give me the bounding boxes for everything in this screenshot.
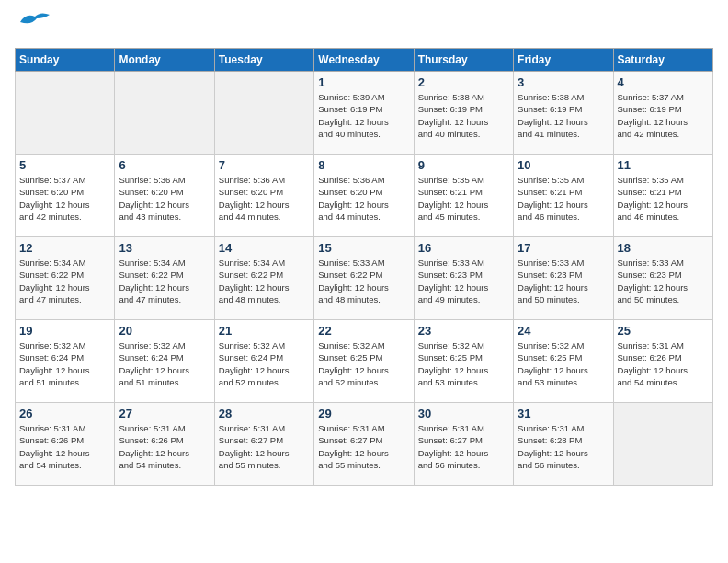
day-info: Sunrise: 5:33 AM Sunset: 6:23 PM Dayligh…: [518, 257, 609, 305]
day-number: 25: [618, 324, 709, 338]
calendar-week-row: 19Sunrise: 5:32 AM Sunset: 6:24 PM Dayli…: [16, 320, 713, 403]
day-number: 1: [318, 75, 409, 89]
day-info: Sunrise: 5:33 AM Sunset: 6:23 PM Dayligh…: [618, 257, 709, 305]
day-info: Sunrise: 5:31 AM Sunset: 6:26 PM Dayligh…: [119, 422, 210, 471]
calendar-cell: [613, 403, 712, 486]
calendar-cell: 23Sunrise: 5:32 AM Sunset: 6:25 PM Dayli…: [414, 320, 513, 403]
day-number: 8: [318, 158, 409, 172]
day-info: Sunrise: 5:32 AM Sunset: 6:24 PM Dayligh…: [219, 339, 310, 388]
calendar-cell: 14Sunrise: 5:34 AM Sunset: 6:22 PM Dayli…: [214, 237, 313, 320]
day-header-monday: Monday: [115, 49, 214, 72]
day-number: 5: [19, 158, 110, 172]
day-number: 2: [418, 75, 509, 89]
calendar-cell: 25Sunrise: 5:31 AM Sunset: 6:26 PM Dayli…: [613, 320, 712, 403]
day-info: Sunrise: 5:39 AM Sunset: 6:19 PM Dayligh…: [318, 91, 409, 140]
day-info: Sunrise: 5:38 AM Sunset: 6:19 PM Dayligh…: [418, 91, 509, 140]
calendar-cell: 5Sunrise: 5:37 AM Sunset: 6:20 PM Daylig…: [16, 155, 115, 237]
calendar-cell: 31Sunrise: 5:31 AM Sunset: 6:28 PM Dayli…: [514, 403, 613, 486]
day-number: 30: [418, 407, 509, 420]
calendar-cell: [16, 72, 115, 155]
calendar-cell: 15Sunrise: 5:33 AM Sunset: 6:22 PM Dayli…: [314, 237, 414, 320]
day-header-wednesday: Wednesday: [314, 49, 414, 72]
day-info: Sunrise: 5:32 AM Sunset: 6:24 PM Dayligh…: [119, 339, 210, 388]
day-number: 22: [318, 324, 409, 338]
day-info: Sunrise: 5:37 AM Sunset: 6:20 PM Dayligh…: [19, 174, 110, 223]
calendar-week-row: 12Sunrise: 5:34 AM Sunset: 6:22 PM Dayli…: [16, 237, 713, 320]
day-number: 7: [219, 158, 310, 172]
day-info: Sunrise: 5:34 AM Sunset: 6:22 PM Dayligh…: [119, 257, 210, 305]
calendar-table: SundayMondayTuesdayWednesdayThursdayFrid…: [15, 48, 713, 486]
calendar-cell: [214, 72, 313, 155]
calendar-cell: 7Sunrise: 5:36 AM Sunset: 6:20 PM Daylig…: [214, 155, 313, 237]
calendar-cell: 18Sunrise: 5:33 AM Sunset: 6:23 PM Dayli…: [613, 237, 712, 320]
calendar-cell: 29Sunrise: 5:31 AM Sunset: 6:27 PM Dayli…: [314, 403, 414, 486]
calendar-cell: 8Sunrise: 5:36 AM Sunset: 6:20 PM Daylig…: [314, 155, 414, 237]
logo-bird-icon: [18, 9, 51, 31]
day-number: 11: [618, 158, 709, 172]
calendar-week-row: 1Sunrise: 5:39 AM Sunset: 6:19 PM Daylig…: [16, 72, 713, 155]
day-number: 16: [418, 241, 509, 255]
day-number: 31: [518, 407, 609, 420]
day-number: 26: [19, 407, 110, 420]
day-number: 4: [618, 75, 709, 89]
day-info: Sunrise: 5:31 AM Sunset: 6:26 PM Dayligh…: [618, 339, 709, 388]
day-info: Sunrise: 5:34 AM Sunset: 6:22 PM Dayligh…: [19, 257, 110, 305]
day-info: Sunrise: 5:31 AM Sunset: 6:26 PM Dayligh…: [19, 422, 110, 471]
day-number: 29: [318, 407, 409, 420]
day-number: 13: [119, 241, 210, 255]
calendar-cell: 26Sunrise: 5:31 AM Sunset: 6:26 PM Dayli…: [16, 403, 115, 486]
calendar-cell: 11Sunrise: 5:35 AM Sunset: 6:21 PM Dayli…: [613, 155, 712, 237]
day-number: 28: [219, 407, 310, 420]
day-number: 19: [19, 324, 110, 338]
calendar-cell: 1Sunrise: 5:39 AM Sunset: 6:19 PM Daylig…: [314, 72, 414, 155]
day-info: Sunrise: 5:32 AM Sunset: 6:25 PM Dayligh…: [418, 339, 509, 388]
day-number: 3: [518, 75, 609, 89]
day-header-sunday: Sunday: [16, 49, 115, 72]
logo: [15, 15, 51, 37]
calendar-cell: 10Sunrise: 5:35 AM Sunset: 6:21 PM Dayli…: [514, 155, 613, 237]
day-info: Sunrise: 5:33 AM Sunset: 6:22 PM Dayligh…: [318, 257, 409, 305]
day-header-tuesday: Tuesday: [214, 49, 313, 72]
calendar-cell: 27Sunrise: 5:31 AM Sunset: 6:26 PM Dayli…: [115, 403, 214, 486]
day-number: 24: [518, 324, 609, 338]
day-info: Sunrise: 5:36 AM Sunset: 6:20 PM Dayligh…: [219, 174, 310, 223]
day-number: 15: [318, 241, 409, 255]
day-info: Sunrise: 5:38 AM Sunset: 6:19 PM Dayligh…: [518, 91, 609, 140]
calendar-cell: 3Sunrise: 5:38 AM Sunset: 6:19 PM Daylig…: [514, 72, 613, 155]
day-info: Sunrise: 5:35 AM Sunset: 6:21 PM Dayligh…: [618, 174, 709, 223]
day-info: Sunrise: 5:32 AM Sunset: 6:25 PM Dayligh…: [518, 339, 609, 388]
day-info: Sunrise: 5:33 AM Sunset: 6:23 PM Dayligh…: [418, 257, 509, 305]
day-number: 23: [418, 324, 509, 338]
day-header-saturday: Saturday: [613, 49, 712, 72]
day-info: Sunrise: 5:35 AM Sunset: 6:21 PM Dayligh…: [418, 174, 509, 223]
calendar-cell: 6Sunrise: 5:36 AM Sunset: 6:20 PM Daylig…: [115, 155, 214, 237]
calendar-cell: 21Sunrise: 5:32 AM Sunset: 6:24 PM Dayli…: [214, 320, 313, 403]
calendar-cell: 9Sunrise: 5:35 AM Sunset: 6:21 PM Daylig…: [414, 155, 513, 237]
day-info: Sunrise: 5:31 AM Sunset: 6:27 PM Dayligh…: [318, 422, 409, 471]
calendar-cell: 12Sunrise: 5:34 AM Sunset: 6:22 PM Dayli…: [16, 237, 115, 320]
day-info: Sunrise: 5:31 AM Sunset: 6:27 PM Dayligh…: [219, 422, 310, 471]
day-info: Sunrise: 5:31 AM Sunset: 6:27 PM Dayligh…: [418, 422, 509, 471]
day-info: Sunrise: 5:31 AM Sunset: 6:28 PM Dayligh…: [518, 422, 609, 471]
day-number: 18: [618, 241, 709, 255]
calendar-header-row: SundayMondayTuesdayWednesdayThursdayFrid…: [16, 49, 713, 72]
day-info: Sunrise: 5:36 AM Sunset: 6:20 PM Dayligh…: [318, 174, 409, 223]
day-info: Sunrise: 5:37 AM Sunset: 6:19 PM Dayligh…: [618, 91, 709, 140]
day-header-thursday: Thursday: [414, 49, 513, 72]
day-info: Sunrise: 5:35 AM Sunset: 6:21 PM Dayligh…: [518, 174, 609, 223]
day-info: Sunrise: 5:32 AM Sunset: 6:25 PM Dayligh…: [318, 339, 409, 388]
page-header: [15, 15, 713, 37]
calendar-cell: 4Sunrise: 5:37 AM Sunset: 6:19 PM Daylig…: [613, 72, 712, 155]
day-number: 14: [219, 241, 310, 255]
calendar-cell: 24Sunrise: 5:32 AM Sunset: 6:25 PM Dayli…: [514, 320, 613, 403]
calendar-cell: 16Sunrise: 5:33 AM Sunset: 6:23 PM Dayli…: [414, 237, 513, 320]
calendar-cell: 28Sunrise: 5:31 AM Sunset: 6:27 PM Dayli…: [214, 403, 313, 486]
day-info: Sunrise: 5:36 AM Sunset: 6:20 PM Dayligh…: [119, 174, 210, 223]
day-number: 10: [518, 158, 609, 172]
calendar-cell: 30Sunrise: 5:31 AM Sunset: 6:27 PM Dayli…: [414, 403, 513, 486]
calendar-cell: 20Sunrise: 5:32 AM Sunset: 6:24 PM Dayli…: [115, 320, 214, 403]
calendar-cell: 17Sunrise: 5:33 AM Sunset: 6:23 PM Dayli…: [514, 237, 613, 320]
day-number: 12: [19, 241, 110, 255]
day-number: 9: [418, 158, 509, 172]
calendar-cell: 2Sunrise: 5:38 AM Sunset: 6:19 PM Daylig…: [414, 72, 513, 155]
